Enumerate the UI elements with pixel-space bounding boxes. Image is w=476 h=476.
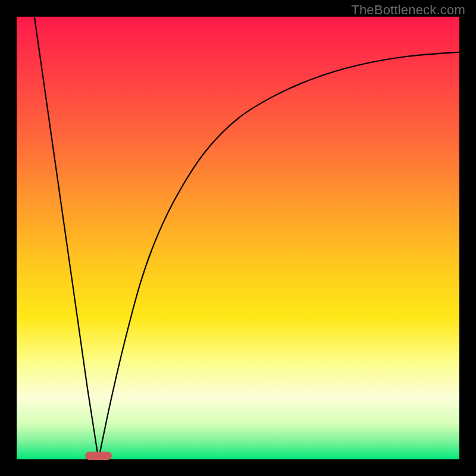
left-branch-line [35, 17, 99, 459]
right-branch-line [99, 52, 459, 460]
plot-area [17, 17, 459, 459]
chart-frame: TheBottleneck.com [0, 0, 476, 476]
optimum-marker [85, 452, 112, 460]
watermark-text: TheBottleneck.com [351, 2, 465, 18]
curve-layer [17, 17, 459, 459]
